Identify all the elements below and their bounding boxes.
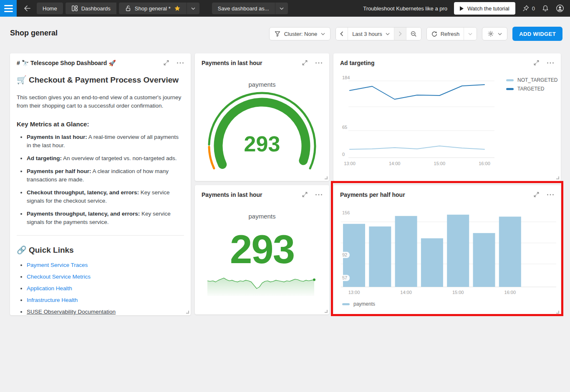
refresh-interval-dropdown[interactable] [464,28,477,40]
widget-title: Payments in last hour [202,60,262,66]
link-infrastructure-health[interactable]: Infrastructure Health [27,297,78,303]
dashboards-label: Dashboards [81,5,111,12]
shop-general-dropdown-button[interactable] [187,3,199,14]
chart-legend[interactable]: payments [342,301,375,307]
resize-handle[interactable] [325,310,328,313]
nav-tab-shop-general[interactable]: Shop general * [119,3,187,14]
link-checkout-service-metrics[interactable]: Checkout Service Metrics [27,274,91,280]
chevron-down-icon [468,33,472,35]
payments-bar-chart: 156925713:0014:0015:0016:00 [341,205,556,296]
widget-menu-button[interactable] [177,62,184,64]
save-dashboard-dropdown-button[interactable] [275,3,288,14]
current-dashboard-label: Shop general * [135,5,171,12]
cluster-filter-button[interactable]: Cluster: None [269,27,330,40]
widget-menu-button[interactable] [547,62,554,64]
svg-text:92: 92 [342,252,347,257]
watch-tutorial-label: Watch the tutorial [467,5,509,12]
list-item: Checkout throughput, latency, and errors… [27,188,184,205]
link-application-health[interactable]: Application Health [27,285,72,291]
expand-icon [533,191,540,198]
refresh-button[interactable]: Refresh [427,28,464,40]
legend-item-targeted[interactable]: TARGETED [506,86,557,92]
widget-title: Payments per half hour [340,191,405,198]
notifications-button[interactable] [542,5,549,12]
nav-tab-home[interactable]: Home [37,3,63,14]
expand-widget-button[interactable] [301,59,308,66]
pin-icon [522,5,530,12]
list-item: Payments per half hour: A clear indicati… [27,167,184,184]
resize-handle[interactable] [556,176,559,179]
pin-button[interactable]: 0 [522,5,535,12]
list-item: Checkout Service Metrics [27,274,184,280]
user-avatar-button[interactable] [556,4,564,13]
back-button[interactable] [23,4,32,13]
resize-handle[interactable] [325,176,328,179]
svg-text:13:00: 13:00 [348,290,360,295]
widget-title: Ad targeting [340,60,374,66]
expand-widget-button[interactable] [533,59,540,66]
time-forward-button[interactable] [394,28,406,40]
link-payment-service-traces[interactable]: Payment Service Traces [27,262,88,268]
zoom-out-icon [411,31,417,37]
expand-widget-button[interactable] [163,59,170,66]
refresh-label: Refresh [441,31,460,37]
widget-payments-gauge: Payments in last hour payments 293 [195,53,329,181]
legend-label: TARGETED [517,86,544,92]
ellipsis-icon [315,193,323,196]
chevron-down-icon [191,7,195,10]
refresh-group: Refresh [426,27,477,40]
ellipsis-icon [315,62,323,64]
ad-targeting-chart: 18465013:0014:0015:0016:00 [342,75,496,168]
widget-payments-per-half-hour: Payments per half hour 156925713:0014:00… [333,185,561,315]
unlocked-icon [125,5,131,12]
list-item: Payments in last hour: A real-time overv… [27,133,184,150]
svg-text:16:00: 16:00 [479,161,490,166]
payments-gauge-chart: 293 [199,91,325,174]
svg-text:15:00: 15:00 [452,290,464,295]
add-widget-button[interactable]: ADD WIDGET [512,27,562,41]
widget-menu-button[interactable] [315,62,323,64]
expand-icon [301,191,308,198]
resize-handle[interactable] [556,311,559,314]
svg-text:14:00: 14:00 [400,290,412,295]
save-dashboard-as-button[interactable]: Save dashboard as... [212,3,275,14]
resize-handle[interactable] [186,311,189,314]
ellipsis-icon [547,193,554,196]
watch-tutorial-button[interactable]: Watch the tutorial [454,2,515,15]
expand-widget-button[interactable] [533,191,540,198]
gear-icon [487,30,494,37]
widget-menu-button[interactable] [315,193,323,196]
link-suse-observability-docs[interactable]: SUSE Observability Documentation [27,309,116,315]
nav-tab-dashboards[interactable]: Dashboards [66,3,116,14]
top-navigation-bar: Home Dashboards Shop general * Save dash… [0,0,570,17]
legend-item-not-targeted[interactable]: NOT_TARGETED [506,77,557,83]
time-range-button[interactable]: Last 3 hours [348,28,394,40]
legend-swatch [506,88,514,90]
zoom-out-time-button[interactable] [406,28,421,40]
chevron-down-icon [498,33,502,35]
time-range-group: Last 3 hours [335,27,421,40]
quick-links-list: Payment Service Traces Checkout Service … [17,262,184,315]
list-item: Application Health [27,285,184,291]
time-back-button[interactable] [336,28,348,40]
filter-funnel-icon [275,31,280,37]
favorite-star-icon[interactable] [174,5,181,12]
widget-title: # 🔭 Telescope Shop Dashboard 🚀 [17,60,116,66]
legend-swatch [342,303,350,305]
svg-text:14:00: 14:00 [389,161,401,166]
dashboard-settings-button[interactable] [482,27,507,40]
svg-text:65: 65 [342,125,347,130]
page-title: Shop general [10,29,58,38]
widget-payments-number: Payments in last hour payments 293 [195,185,329,314]
metric-name: payments [195,81,329,88]
checkout-overview-heading: 🛒 Checkout & Payment Process Overview [17,75,179,85]
metrics-list: Payments in last hour: A real-time overv… [17,133,184,226]
widget-menu-button[interactable] [547,193,554,196]
play-icon [460,6,464,11]
avatar-icon [556,4,564,13]
expand-widget-button[interactable] [301,191,308,198]
back-arrow-icon [23,4,32,13]
svg-text:16:00: 16:00 [504,290,516,295]
hamburger-menu-button[interactable] [0,0,17,17]
expand-icon [533,59,540,66]
